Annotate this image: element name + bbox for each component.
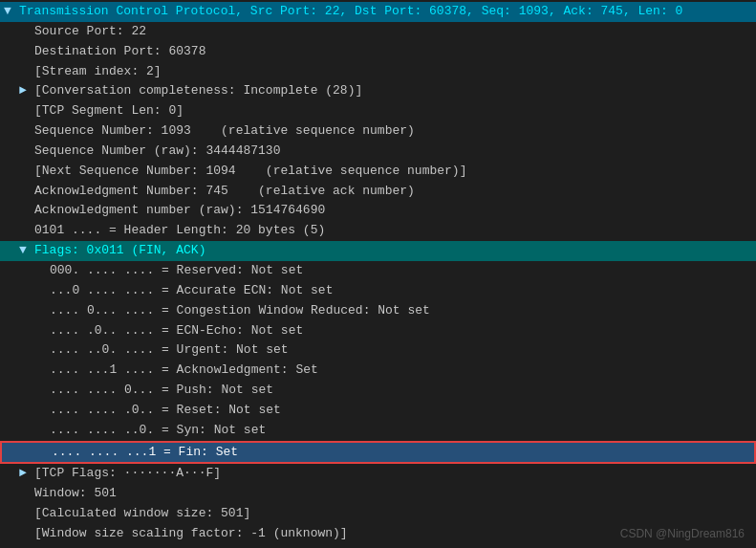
line-text-stream-idx: [Stream index: 2] [34, 63, 162, 81]
line-reserved[interactable]: 000. .... .... = Reserved: Not set [0, 261, 756, 281]
line-ack-flag[interactable]: .... ...1 .... = Acknowledgment: Set [0, 361, 756, 381]
line-dst-port[interactable]: Destination Port: 60378 [0, 42, 756, 62]
line-urgent[interactable]: .... ..0. .... = Urgent: Not set [0, 340, 756, 361]
expand-icon-tcp-header[interactable]: ▼ [4, 3, 17, 21]
line-text-accurate-ecn: ...0 .... .... = Accurate ECN: Not set [50, 282, 333, 300]
line-checksum[interactable]: Checksum: 0x9461 [unverified] [0, 544, 756, 548]
line-accurate-ecn[interactable]: ...0 .... .... = Accurate ECN: Not set [0, 281, 756, 301]
expand-icon-tcp-flags[interactable]: ► [19, 465, 32, 483]
line-syn[interactable]: .... .... ..0. = Syn: Not set [0, 421, 756, 441]
line-text-fin: .... .... ...1 = Fin: Set [52, 444, 238, 462]
expand-icon-conv-complete[interactable]: ► [19, 82, 32, 100]
line-text-window-scale: [Window size scaling factor: -1 (unknown… [34, 525, 348, 543]
packet-detail-panel[interactable]: ▼ Transmission Control Protocol, Src Por… [0, 0, 756, 548]
line-text-next-seq: [Next Sequence Number: 1094 (relative se… [34, 163, 466, 181]
line-seq-num[interactable]: Sequence Number: 1093 (relative sequence… [0, 121, 756, 142]
line-text-window: Window: 501 [34, 485, 117, 503]
line-text-urgent: .... ..0. .... = Urgent: Not set [50, 341, 289, 360]
line-text-flags-header: Flags: 0x011 (FIN, ACK) [34, 242, 205, 260]
line-text-seq-num-raw: Sequence Number (raw): 3444487130 [34, 142, 280, 161]
line-stream-idx[interactable]: [Stream index: 2] [0, 62, 756, 82]
line-text-tcp-flags: [TCP Flags: ·······A···F] [34, 465, 221, 483]
line-text-cwr: .... 0... .... = Congestion Window Reduc… [50, 302, 430, 320]
line-reset[interactable]: .... .... .0.. = Reset: Not set [0, 401, 756, 421]
line-text-ack-num: Acknowledgment Number: 745 (relative ack… [34, 183, 415, 201]
line-text-syn: .... .... ..0. = Syn: Not set [50, 422, 266, 440]
line-text-conv-complete: [Conversation completeness: Incomplete (… [34, 82, 362, 100]
line-fin[interactable]: .... .... ...1 = Fin: Set [0, 441, 756, 465]
line-next-seq[interactable]: [Next Sequence Number: 1094 (relative se… [0, 162, 756, 182]
line-text-ack-flag: .... ...1 .... = Acknowledgment: Set [50, 362, 318, 380]
line-text-push: .... .... 0... = Push: Not set [50, 382, 273, 400]
line-seq-num-raw[interactable]: Sequence Number (raw): 3444487130 [0, 142, 756, 162]
expand-icon-flags-header[interactable]: ▼ [19, 242, 32, 260]
line-header-len[interactable]: 0101 .... = Header Length: 20 bytes (5) [0, 221, 756, 241]
line-ack-num-raw[interactable]: Acknowledgment number (raw): 1514764690 [0, 201, 756, 221]
line-calc-window[interactable]: [Calculated window size: 501] [0, 504, 756, 524]
line-text-seq-num: Sequence Number: 1093 (relative sequence… [34, 122, 415, 141]
line-cwr[interactable]: .... 0... .... = Congestion Window Reduc… [0, 301, 756, 321]
line-window[interactable]: Window: 501 [0, 484, 756, 504]
line-ecn-echo[interactable]: .... .0.. .... = ECN-Echo: Not set [0, 321, 756, 341]
line-text-src-port: Source Port: 22 [34, 23, 146, 41]
line-tcp-flags[interactable]: ► [TCP Flags: ·······A···F] [0, 464, 756, 484]
line-text-reset: .... .... .0.. = Reset: Not set [50, 402, 281, 420]
line-conv-complete[interactable]: ► [Conversation completeness: Incomplete… [0, 81, 756, 101]
line-text-reserved: 000. .... .... = Reserved: Not set [50, 262, 303, 280]
line-src-port[interactable]: Source Port: 22 [0, 22, 756, 42]
line-text-calc-window: [Calculated window size: 501] [34, 505, 250, 523]
line-flags-header[interactable]: ▼ Flags: 0x011 (FIN, ACK) [0, 241, 756, 261]
line-push[interactable]: .... .... 0... = Push: Not set [0, 381, 756, 401]
watermark: CSDN @NingDream816 [620, 527, 745, 540]
line-text-seg-len: [TCP Segment Len: 0] [34, 102, 184, 121]
line-seg-len[interactable]: [TCP Segment Len: 0] [0, 101, 756, 121]
line-text-header-len: 0101 .... = Header Length: 20 bytes (5) [34, 222, 325, 240]
line-text-ack-num-raw: Acknowledgment number (raw): 1514764690 [34, 202, 325, 220]
line-text-dst-port: Destination Port: 60378 [34, 43, 205, 61]
line-tcp-header[interactable]: ▼ Transmission Control Protocol, Src Por… [0, 2, 756, 22]
line-text-ecn-echo: .... .0.. .... = ECN-Echo: Not set [50, 322, 303, 340]
line-ack-num[interactable]: Acknowledgment Number: 745 (relative ack… [0, 182, 756, 202]
line-text-tcp-header: Transmission Control Protocol, Src Port:… [19, 3, 682, 21]
